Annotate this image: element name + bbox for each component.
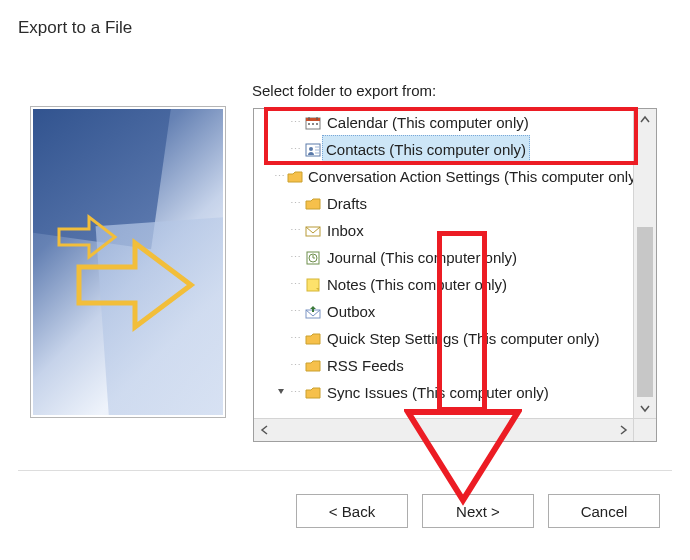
folder-tree[interactable]: ⋯Calendar (This computer only)⋯Contacts … [253, 108, 657, 442]
tree-item[interactable]: ⋯Quick Step Settings (This computer only… [254, 325, 634, 352]
separator [18, 470, 672, 471]
calendar-icon [304, 115, 322, 131]
journal-icon [304, 250, 322, 266]
tree-item[interactable]: ⋯Calendar (This computer only) [254, 109, 634, 136]
tree-connector: ⋯ [288, 298, 302, 325]
notes-icon [304, 277, 322, 293]
svg-rect-6 [316, 123, 318, 125]
back-button[interactable]: < Back [296, 494, 408, 528]
horizontal-scrollbar[interactable] [254, 418, 634, 441]
tree-item-label: Contacts (This computer only) [322, 135, 530, 164]
tree-label: Select folder to export from: [252, 82, 436, 99]
folder-icon [304, 358, 322, 374]
tree-connector: ⋯ [288, 136, 302, 163]
next-button[interactable]: Next > [422, 494, 534, 528]
tree-item[interactable]: ⋯Journal (This computer only) [254, 244, 634, 271]
svg-point-8 [309, 147, 313, 151]
tree-item-label: Quick Step Settings (This computer only) [326, 325, 601, 352]
tree-item-label: Inbox [326, 217, 365, 244]
tree-connector: ⋯ [288, 271, 302, 298]
arrow-icon [73, 229, 203, 339]
tree-item[interactable]: ⋯Notes (This computer only) [254, 271, 634, 298]
tree-connector: ⋯ [288, 190, 302, 217]
folder-icon [287, 169, 303, 185]
tree-connector: ⋯ [288, 325, 302, 352]
tree-item[interactable]: ⋯RSS Feeds [254, 352, 634, 379]
scroll-up-button[interactable] [634, 109, 656, 131]
tree-item[interactable]: ⋯Inbox [254, 217, 634, 244]
scroll-right-button[interactable] [612, 419, 634, 441]
tree-item-label: RSS Feeds [326, 352, 405, 379]
tree-item-label: Drafts [326, 190, 368, 217]
tree-item-label: Calendar (This computer only) [326, 109, 530, 136]
tree-item-label: Sync Issues (This computer only) [326, 379, 550, 406]
wizard-image-frame [30, 106, 226, 418]
expander-icon[interactable] [274, 379, 288, 406]
scroll-thumb[interactable] [637, 227, 653, 397]
tree-connector: ⋯ [288, 244, 302, 271]
tree-item[interactable]: ⋯Conversation Action Settings (This comp… [254, 163, 634, 190]
tree-connector: ⋯ [288, 217, 302, 244]
svg-rect-5 [312, 123, 314, 125]
contacts-icon [304, 142, 322, 158]
tree-item[interactable]: ⋯Outbox [254, 298, 634, 325]
scroll-down-button[interactable] [634, 397, 656, 419]
scroll-corner [633, 418, 656, 441]
tree-item[interactable]: ⋯Contacts (This computer only) [254, 136, 634, 163]
tree-item-label: Conversation Action Settings (This compu… [307, 163, 634, 190]
tree-connector: ⋯ [288, 379, 302, 406]
svg-rect-4 [308, 123, 310, 125]
tree-item[interactable]: ⋯Drafts [254, 190, 634, 217]
inbox-icon [304, 223, 322, 239]
tree-item-label: Outbox [326, 298, 376, 325]
folder-icon [304, 385, 322, 401]
tree-connector: ⋯ [288, 109, 302, 136]
folder-icon [304, 196, 322, 212]
folder-icon [304, 331, 322, 347]
vertical-scrollbar[interactable] [633, 109, 656, 419]
outbox-icon [304, 304, 322, 320]
svg-rect-1 [306, 118, 320, 121]
wizard-image [33, 109, 223, 415]
button-row: < Back Next > Cancel [296, 494, 660, 528]
cancel-button[interactable]: Cancel [548, 494, 660, 528]
scroll-left-button[interactable] [254, 419, 276, 441]
tree-item-label: Notes (This computer only) [326, 271, 508, 298]
dialog-title: Export to a File [18, 18, 132, 38]
tree-connector: ⋯ [274, 163, 285, 190]
tree-item-label: Journal (This computer only) [326, 244, 518, 271]
tree-connector: ⋯ [288, 352, 302, 379]
tree-item[interactable]: ⋯Sync Issues (This computer only) [254, 379, 634, 406]
